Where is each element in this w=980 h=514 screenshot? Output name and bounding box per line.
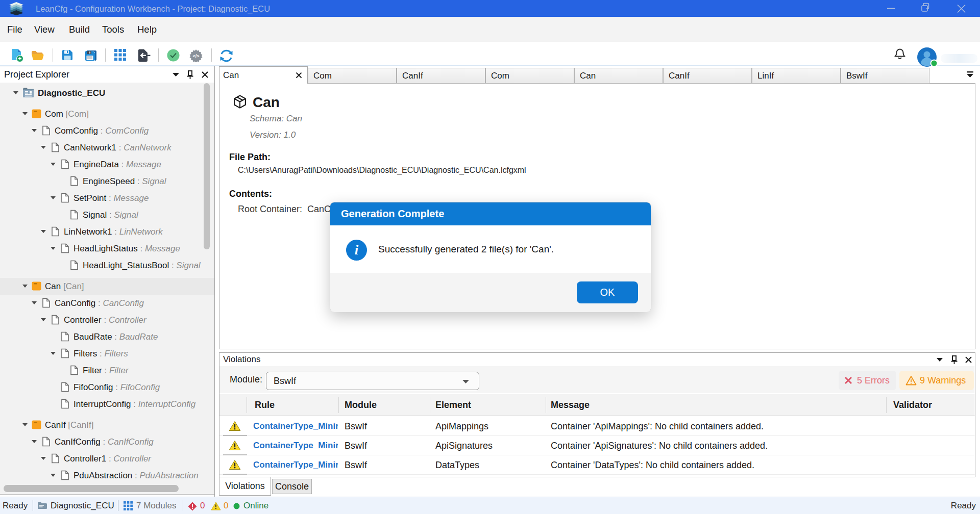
svg-text:</>: </> <box>192 54 199 59</box>
